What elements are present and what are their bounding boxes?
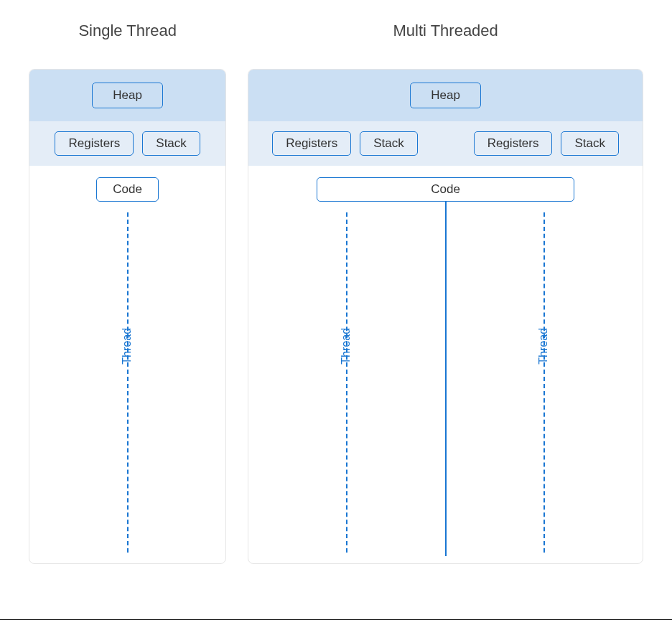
stack-box: Stack — [142, 131, 200, 156]
heap-box: Heap — [92, 83, 163, 108]
heap-box: Heap — [410, 83, 481, 108]
code-row: Code — [29, 166, 225, 202]
thread-2-dashed-line — [543, 212, 545, 553]
thread-2-label: Thread — [537, 328, 550, 365]
heap-band: Heap — [248, 70, 643, 121]
multi-thread-title: Multi Threaded — [393, 22, 498, 40]
threading-diagram: Single Thread Heap Registers Stack Code … — [0, 0, 672, 564]
registers-stack-band: Registers Stack — [29, 121, 225, 166]
single-thread-column: Single Thread Heap Registers Stack Code … — [29, 22, 226, 564]
thread-1-regs-stack: Registers Stack — [248, 131, 441, 156]
code-row: Code — [248, 166, 643, 202]
heap-band: Heap — [29, 70, 225, 121]
single-thread-process-card: Heap Registers Stack Code Thread — [29, 69, 226, 564]
thread-2-regs-stack: Registers Stack — [450, 131, 643, 156]
registers-box: Registers — [55, 131, 134, 156]
multi-thread-process-card: Heap Registers Stack Registers Stack Cod… — [248, 69, 643, 564]
thread-area: Thread Thread — [248, 202, 643, 563]
single-thread-title: Single Thread — [78, 22, 177, 40]
thread-area: Thread — [29, 202, 225, 563]
registers-stack-band: Registers Stack Registers Stack — [248, 121, 643, 166]
registers-box: Registers — [474, 131, 553, 156]
stack-box: Stack — [360, 131, 418, 156]
multi-thread-column: Multi Threaded Heap Registers Stack Regi… — [248, 22, 643, 564]
thread-dashed-line — [127, 212, 129, 553]
stack-box: Stack — [561, 131, 619, 156]
registers-box: Registers — [272, 131, 351, 156]
code-box: Code — [96, 177, 159, 202]
thread-label: Thread — [121, 328, 134, 365]
thread-1-label: Thread — [340, 328, 353, 365]
thread-1-dashed-line — [346, 212, 347, 553]
code-box: Code — [317, 177, 574, 202]
